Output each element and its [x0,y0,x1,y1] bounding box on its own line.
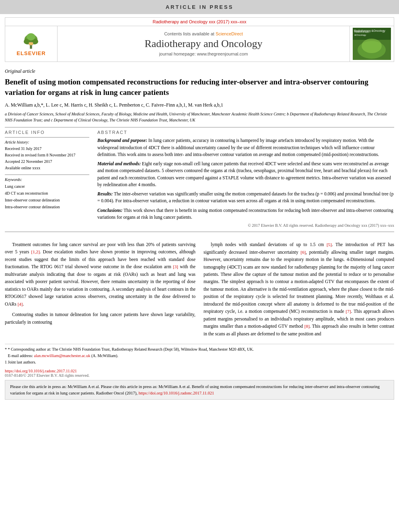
abstract-methods: Material and methods: Eight early stage … [97,160,394,188]
journal-homepage: journal homepage: www.thegreenjournal.co… [159,51,248,56]
citation-prefix: Please cite this article in press as: Mc… [10,384,101,389]
affiliations: a Division of Cancer Sciences, School of… [5,111,394,123]
svg-rect-5 [29,42,33,45]
cover-image-svg: Radiotherapy &Oncology [353,28,391,60]
email-line: E-mail address: alan.mcwilliam@mancheste… [5,353,394,359]
citation-bar: Please cite this article in press as: Mc… [5,380,394,400]
journal-middle-section: ELSEVIER Contents lists available at Sci… [5,26,394,62]
joint-last-note: 1 Joint last authors. [5,359,394,366]
keywords-label: Keywords: [5,177,89,182]
joint-last-text: 1 Joint last authors. [5,360,36,364]
elsevier-tree-icon [19,31,43,49]
ref-8: [8] [304,324,310,329]
info-abstract-section: ARTICLE INFO Article history: Received 3… [5,130,394,228]
sciencedirect-link[interactable]: ScienceDirect [216,31,243,36]
divider-info [5,137,89,138]
methods-title: Material and methods: [97,161,141,166]
body-columns: Treatment outcomes for lung cancer survi… [5,241,394,341]
corresponding-asterisk: * [5,347,8,351]
footnotes-area: * * Corresponding author at: The Christi… [5,344,394,366]
ref-4: [4] [18,302,23,306]
article-content: Original article Benefit of using motion… [5,65,394,238]
elsevier-wordmark: ELSEVIER [16,50,45,56]
abstract-copyright: © 2017 Elsevier B.V. All rights reserved… [97,223,394,228]
journal-header: Radiotherapy and Oncology xxx (2017) xxx… [5,17,394,62]
methods-text: Eight early stage non-small cell lung ca… [97,161,391,187]
results-text: The inter-observer variation was signifi… [97,191,393,203]
journal-title: Radiotherapy and Oncology [144,38,262,50]
body-left-column: Treatment outcomes for lung cancer survi… [5,241,195,341]
svg-text:Radiotherapy: Radiotherapy [354,31,369,33]
keyword-4: Intra-observer contour delineation [5,203,89,210]
divider-keywords [5,175,89,175]
elsevier-logo-area: ELSEVIER [5,26,58,62]
sciencedirect-notice: Contents lists available at ScienceDirec… [164,31,243,36]
accepted-date: Accepted 22 November 2017 [5,158,89,165]
received-date: Received 31 July 2017 [5,146,89,152]
ref-5: [5] [327,242,332,247]
abstract-background: Background and purpose: In lung cancer p… [97,137,394,158]
article-title: Benefit of using motion compensated reco… [5,77,394,97]
body-paragraph-3: lymph nodes with standard deviations of … [204,241,394,337]
svg-point-4 [27,33,36,41]
divider-body [5,232,394,232]
issn-copyright: 0167-8140/© 2017 Elsevier B.V. All right… [5,373,89,378]
body-paragraph-2: Contouring studies in tumour delineation… [5,311,195,326]
doi-footer: https://doi.org/10.1016/j.radonc.2017.11… [5,369,394,378]
email-label: E-mail address: [8,353,33,358]
conclusions-text: This work shows that there is benefit in… [97,208,393,220]
ref-7: [7] [346,309,351,314]
journal-reference-link[interactable]: Radiotherapy and Oncology xxx (2017) xxx… [153,19,247,24]
banner-text: ARTICLE IN PRESS [166,4,234,10]
abstract-column: ABSTRACT Background and purpose: In lung… [97,130,394,228]
keyword-3: Inter-observer contour delineation [5,197,89,203]
keyword-2: 4D CT scan reconstruction [5,190,89,197]
journal-title-area: Contents lists available at ScienceDirec… [58,26,350,62]
ref-3: [3] [173,264,178,269]
authors-text: A. McWilliam a,b,*, L. Lee c, M. Harris … [5,102,223,108]
abstract-conclusions: Conclusions: This work shows that there … [97,207,394,221]
journal-reference-line: Radiotherapy and Oncology xxx (2017) xxx… [5,18,394,26]
article-dates: Received 31 July 2017 Received in revise… [5,146,89,171]
abstract-heading: ABSTRACT [97,130,394,135]
divider-1 [5,127,394,127]
available-online: Available online xxxx [5,165,89,171]
svg-rect-0 [30,45,32,49]
corresponding-author-note: * * Corresponding author at: The Christi… [5,346,394,353]
svg-point-12 [362,39,382,53]
article-type-label: Original article [5,68,394,74]
history-label: Article history: [5,140,89,144]
results-title: Results: [97,191,113,196]
body-right-column: lymph nodes with standard deviations of … [204,241,394,341]
abstract-results: Results: The inter-observer variation wa… [97,191,394,205]
doi-link[interactable]: https://doi.org/10.1016/j.radonc.2017.11… [5,369,77,373]
svg-text:&Oncology: &Oncology [354,34,366,36]
article-in-press-banner: ARTICLE IN PRESS [0,0,399,14]
citation-doi-link[interactable]: https://doi.org/10.1016/j.radonc.2017.11… [138,391,214,395]
received-revised-date: Received in revised form 8 November 2017 [5,152,89,158]
ref-6: [6] [300,250,306,255]
background-title: Background and purpose: [97,138,147,143]
corresponding-author-text: * Corresponding author at: The Christie … [8,347,254,351]
ref-1-2: [1,2] [31,249,40,254]
email-link[interactable]: alan.mcwilliam@manchester.ac.uk [34,353,90,358]
article-info-column: ARTICLE INFO Article history: Received 3… [5,130,89,228]
article-info-heading: ARTICLE INFO [5,130,89,135]
keywords-list: Lung cancer 4D CT scan reconstruction In… [5,183,89,210]
elsevier-logo: ELSEVIER [16,31,45,56]
body-section: Treatment outcomes for lung cancer survi… [5,241,394,341]
conclusions-title: Conclusions: [97,208,123,213]
keyword-1: Lung cancer [5,183,89,190]
journal-cover-image: Radiotherapy &Oncology [353,28,391,60]
email-name: (A. McWilliam). [91,353,118,358]
body-paragraph-1: Treatment outcomes for lung cancer survi… [5,241,195,308]
author-list: A. McWilliam a,b,*, L. Lee c, M. Harris … [5,101,394,109]
journal-cover-area: Radiotherapy &Oncology [350,26,394,62]
